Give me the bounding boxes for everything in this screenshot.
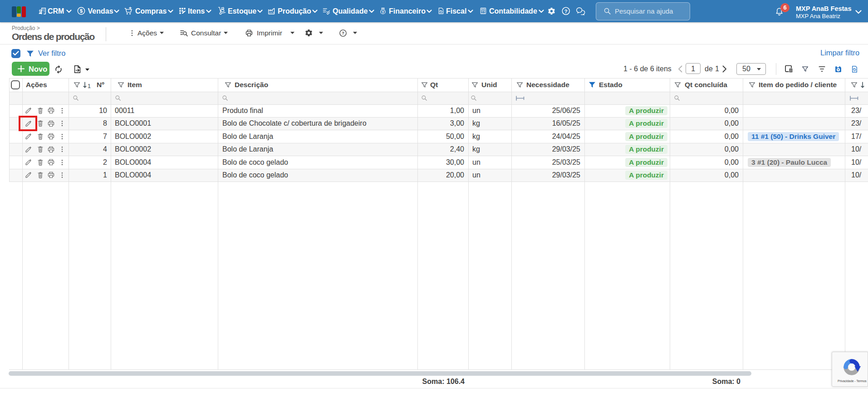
svg-text:?: ?	[342, 31, 344, 35]
svg-text:?: ?	[564, 8, 567, 14]
svg-text:$: $	[382, 10, 384, 14]
svg-text:$: $	[80, 8, 83, 14]
